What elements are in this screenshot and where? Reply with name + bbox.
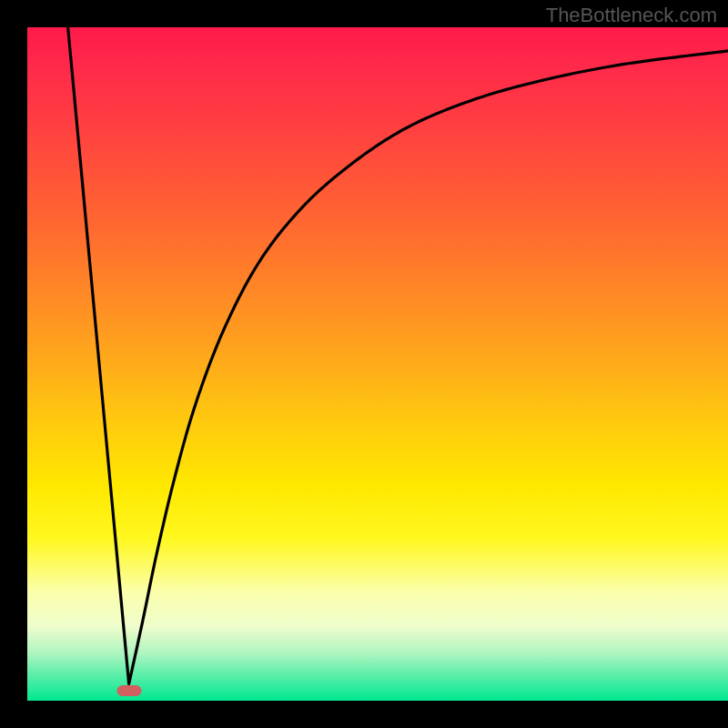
watermark-text: TheBottleneck.com — [546, 4, 717, 27]
chart-container: TheBottleneck.com — [0, 0, 728, 728]
optimal-marker — [116, 685, 141, 696]
bottleneck-curve — [27, 27, 728, 701]
plot-area — [27, 27, 728, 701]
